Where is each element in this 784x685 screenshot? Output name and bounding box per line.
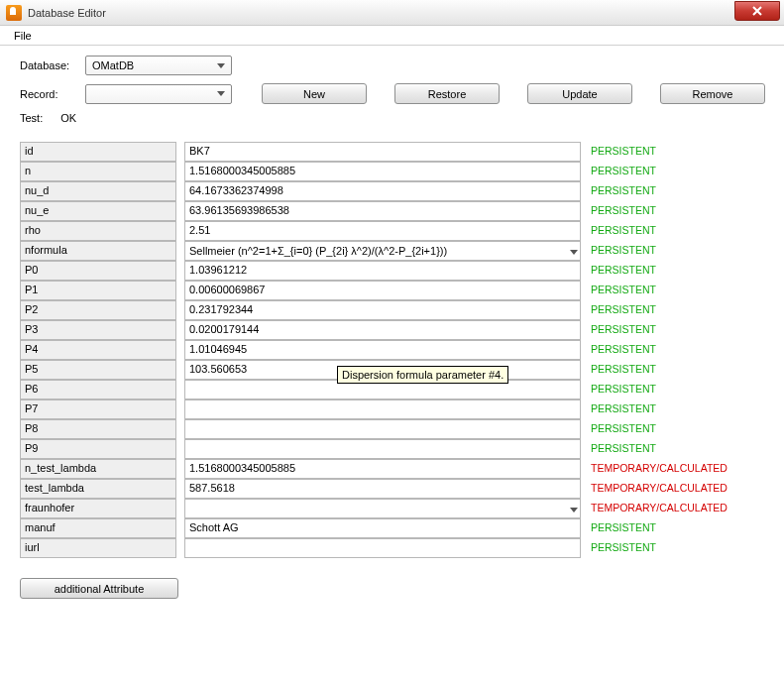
attr-name-test_lambda: test_lambda — [20, 479, 176, 499]
attr-status-P5: PERSISTENT — [589, 360, 767, 380]
attr-status-id: PERSISTENT — [589, 142, 767, 162]
attr-status-nu_e: PERSISTENT — [589, 201, 767, 221]
menu-file[interactable]: File — [6, 28, 40, 44]
attr-name-P3: P3 — [20, 320, 176, 340]
attr-name-P1: P1 — [20, 281, 176, 300]
attr-name-rho: rho — [20, 221, 176, 241]
attr-name-P6: P6 — [20, 380, 176, 400]
attr-status-P1: PERSISTENT — [589, 281, 767, 300]
record-label: Record: — [20, 88, 75, 100]
window-titlebar: Database Editor — [0, 0, 784, 26]
attr-input-id[interactable]: BK7 — [184, 142, 581, 162]
attr-status-P9: PERSISTENT — [589, 439, 767, 459]
close-icon — [751, 6, 763, 16]
attr-name-fraunhofer: fraunhofer — [20, 499, 176, 518]
attr-status-iurl: PERSISTENT — [589, 538, 767, 558]
attr-status-P8: PERSISTENT — [589, 419, 767, 439]
chevron-down-icon — [213, 86, 229, 102]
database-value: OMatDB — [92, 59, 134, 71]
attr-input-P1[interactable]: 0.00600069867 — [184, 281, 581, 300]
attr-name-iurl: iurl — [20, 538, 176, 558]
attr-input-P4[interactable]: 1.01046945 — [184, 340, 581, 360]
attr-name-nu_d: nu_d — [20, 181, 176, 201]
attr-select-fraunhofer[interactable] — [184, 499, 581, 518]
attr-status-nformula: PERSISTENT — [589, 241, 767, 261]
tooltip: Dispersion formula parameter #4. — [337, 366, 508, 384]
attr-input-P0[interactable]: 1.03961212 — [184, 261, 581, 281]
attr-name-nformula: nformula — [20, 241, 176, 261]
chevron-down-icon — [570, 245, 578, 257]
attr-status-fraunhofer: TEMPORARY/CALCULATED — [589, 499, 767, 518]
attr-name-P2: P2 — [20, 300, 176, 320]
attr-name-n: n — [20, 162, 176, 181]
remove-button[interactable]: Remove — [660, 83, 765, 104]
attr-name-P8: P8 — [20, 419, 176, 439]
attr-input-n_test_lambda[interactable]: 1.5168000345005885 — [184, 459, 581, 479]
attr-name-P4: P4 — [20, 340, 176, 360]
attr-status-rho: PERSISTENT — [589, 221, 767, 241]
attr-input-P7[interactable] — [184, 400, 581, 419]
attr-status-P3: PERSISTENT — [589, 320, 767, 340]
chevron-down-icon — [570, 503, 578, 514]
attr-input-test_lambda[interactable]: 587.5618 — [184, 479, 581, 499]
attr-status-P7: PERSISTENT — [589, 400, 767, 419]
menubar: File — [0, 26, 784, 46]
attr-status-P0: PERSISTENT — [589, 261, 767, 281]
attr-input-iurl[interactable] — [184, 538, 581, 558]
attr-status-n: PERSISTENT — [589, 162, 767, 181]
attr-status-n_test_lambda: TEMPORARY/CALCULATED — [589, 459, 767, 479]
attr-name-nu_e: nu_e — [20, 201, 176, 221]
database-label: Database: — [20, 59, 75, 71]
test-status: OK — [60, 112, 76, 124]
close-button[interactable] — [734, 1, 780, 21]
window-title: Database Editor — [28, 7, 106, 19]
new-button[interactable]: New — [262, 83, 367, 104]
attr-name-id: id — [20, 142, 176, 162]
attr-input-nu_d[interactable]: 64.1673362374998 — [184, 181, 581, 201]
attr-status-P4: PERSISTENT — [589, 340, 767, 360]
attr-input-manuf[interactable]: Schott AG — [184, 518, 581, 538]
content-area: Database: OMatDB Record: New Restore Upd… — [0, 46, 784, 615]
attr-name-n_test_lambda: n_test_lambda — [20, 459, 176, 479]
attr-status-test_lambda: TEMPORARY/CALCULATED — [589, 479, 767, 499]
update-button[interactable]: Update — [527, 83, 632, 104]
attr-select-nformula[interactable]: Sellmeier (n^2=1+Σ_{i=0} (P_{2i} λ^2)/(λ… — [184, 241, 581, 261]
java-icon — [6, 5, 22, 21]
attr-input-P9[interactable] — [184, 439, 581, 459]
database-combo[interactable]: OMatDB — [85, 56, 232, 75]
restore-button[interactable]: Restore — [394, 83, 500, 104]
attr-input-n[interactable]: 1.5168000345005885 — [184, 162, 581, 181]
attr-status-manuf: PERSISTENT — [589, 518, 767, 538]
attr-input-rho[interactable]: 2.51 — [184, 221, 581, 241]
test-label: Test: — [20, 112, 43, 124]
attr-name-P7: P7 — [20, 400, 176, 419]
attr-status-P2: PERSISTENT — [589, 300, 767, 320]
attr-status-P6: PERSISTENT — [589, 380, 767, 400]
additional-attribute-button[interactable]: additional Attribute — [20, 578, 178, 599]
attr-name-P9: P9 — [20, 439, 176, 459]
attr-value-nformula: Sellmeier (n^2=1+Σ_{i=0} (P_{2i} λ^2)/(λ… — [189, 245, 447, 257]
attr-name-P0: P0 — [20, 261, 176, 281]
attr-input-P2[interactable]: 0.231792344 — [184, 300, 581, 320]
attr-name-P5: P5 — [20, 360, 176, 380]
attr-input-nu_e[interactable]: 63.96135693986538 — [184, 201, 581, 221]
attr-input-P8[interactable] — [184, 419, 581, 439]
chevron-down-icon — [213, 57, 229, 73]
attribute-grid: idBK7PERSISTENTn1.5168000345005885PERSIS… — [20, 142, 768, 558]
attr-status-nu_d: PERSISTENT — [589, 181, 767, 201]
attr-input-P3[interactable]: 0.0200179144 — [184, 320, 581, 340]
attr-name-manuf: manuf — [20, 518, 176, 538]
record-combo[interactable] — [85, 84, 232, 104]
